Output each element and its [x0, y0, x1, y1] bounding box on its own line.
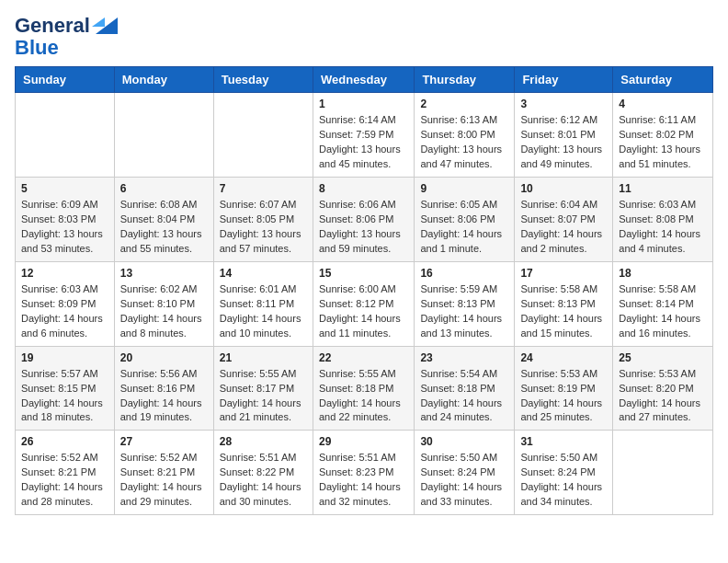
day-number: 15 — [319, 267, 408, 280]
day-header-tuesday: Tuesday — [213, 67, 313, 93]
day-number: 31 — [520, 435, 607, 448]
day-number: 28 — [220, 435, 307, 448]
calendar-header-row: SundayMondayTuesdayWednesdayThursdayFrid… — [16, 67, 713, 93]
day-number: 13 — [120, 267, 208, 280]
cell-info: Sunrise: 5:50 AMSunset: 8:24 PMDaylight:… — [520, 451, 607, 510]
week-row-3: 12Sunrise: 6:03 AMSunset: 8:09 PMDayligh… — [16, 261, 713, 346]
day-header-friday: Friday — [515, 67, 613, 93]
day-number: 19 — [21, 351, 108, 364]
day-number: 17 — [520, 267, 607, 280]
day-number: 20 — [120, 351, 208, 364]
cell-info: Sunrise: 6:14 AMSunset: 7:59 PMDaylight:… — [319, 113, 408, 172]
cell-info: Sunrise: 6:09 AMSunset: 8:03 PMDaylight:… — [21, 198, 108, 257]
cell-info: Sunrise: 6:03 AMSunset: 8:08 PMDaylight:… — [619, 198, 707, 257]
day-number: 29 — [319, 435, 408, 448]
cell-info: Sunrise: 6:04 AMSunset: 8:07 PMDaylight:… — [520, 198, 607, 257]
day-number: 22 — [319, 351, 408, 364]
calendar-cell: 23Sunrise: 5:54 AMSunset: 8:18 PMDayligh… — [415, 346, 515, 431]
cell-info: Sunrise: 5:59 AMSunset: 8:13 PMDaylight:… — [420, 282, 508, 341]
calendar-cell — [16, 93, 115, 178]
calendar-cell: 27Sunrise: 5:52 AMSunset: 8:21 PMDayligh… — [114, 431, 213, 515]
header: General Blue — [15, 15, 713, 59]
cell-info: Sunrise: 6:11 AMSunset: 8:02 PMDaylight:… — [619, 113, 707, 172]
day-header-sunday: Sunday — [16, 67, 115, 93]
cell-info: Sunrise: 5:55 AMSunset: 8:18 PMDaylight:… — [319, 367, 408, 426]
calendar-cell: 30Sunrise: 5:50 AMSunset: 8:24 PMDayligh… — [415, 431, 515, 515]
calendar-cell: 1Sunrise: 6:14 AMSunset: 7:59 PMDaylight… — [313, 93, 414, 178]
calendar-cell: 16Sunrise: 5:59 AMSunset: 8:13 PMDayligh… — [415, 261, 515, 346]
logo: General Blue — [15, 15, 118, 59]
week-row-4: 19Sunrise: 5:57 AMSunset: 8:15 PMDayligh… — [16, 346, 713, 431]
cell-info: Sunrise: 6:05 AMSunset: 8:06 PMDaylight:… — [420, 198, 508, 257]
day-header-saturday: Saturday — [613, 67, 713, 93]
day-number: 5 — [21, 182, 108, 195]
calendar-cell: 2Sunrise: 6:13 AMSunset: 8:00 PMDaylight… — [415, 93, 515, 178]
calendar-cell: 11Sunrise: 6:03 AMSunset: 8:08 PMDayligh… — [613, 178, 713, 262]
day-number: 23 — [420, 351, 508, 364]
cell-info: Sunrise: 5:54 AMSunset: 8:18 PMDaylight:… — [420, 367, 508, 426]
day-number: 4 — [619, 98, 707, 110]
calendar-cell: 6Sunrise: 6:08 AMSunset: 8:04 PMDaylight… — [114, 178, 213, 262]
cell-info: Sunrise: 5:52 AMSunset: 8:21 PMDaylight:… — [21, 451, 108, 510]
cell-info: Sunrise: 5:53 AMSunset: 8:19 PMDaylight:… — [520, 367, 607, 426]
calendar-cell: 15Sunrise: 6:00 AMSunset: 8:12 PMDayligh… — [313, 261, 414, 346]
cell-info: Sunrise: 5:58 AMSunset: 8:13 PMDaylight:… — [520, 282, 607, 341]
day-number: 2 — [420, 98, 508, 110]
calendar-table: SundayMondayTuesdayWednesdayThursdayFrid… — [15, 66, 713, 515]
day-number: 1 — [319, 98, 408, 110]
cell-info: Sunrise: 6:00 AMSunset: 8:12 PMDaylight:… — [319, 282, 408, 341]
calendar-cell: 26Sunrise: 5:52 AMSunset: 8:21 PMDayligh… — [16, 431, 115, 515]
day-number: 11 — [619, 182, 707, 195]
calendar-cell: 21Sunrise: 5:55 AMSunset: 8:17 PMDayligh… — [213, 346, 313, 431]
day-number: 9 — [420, 182, 508, 195]
day-number: 14 — [220, 267, 307, 280]
calendar-cell — [613, 431, 713, 515]
day-header-wednesday: Wednesday — [313, 67, 414, 93]
calendar-cell: 5Sunrise: 6:09 AMSunset: 8:03 PMDaylight… — [16, 178, 115, 262]
cell-info: Sunrise: 5:51 AMSunset: 8:23 PMDaylight:… — [319, 451, 408, 510]
day-number: 21 — [220, 351, 307, 364]
cell-info: Sunrise: 6:08 AMSunset: 8:04 PMDaylight:… — [120, 198, 208, 257]
day-number: 26 — [21, 435, 108, 448]
calendar-cell: 22Sunrise: 5:55 AMSunset: 8:18 PMDayligh… — [313, 346, 414, 431]
cell-info: Sunrise: 6:13 AMSunset: 8:00 PMDaylight:… — [420, 113, 508, 172]
cell-info: Sunrise: 5:57 AMSunset: 8:15 PMDaylight:… — [21, 367, 108, 426]
calendar-cell: 24Sunrise: 5:53 AMSunset: 8:19 PMDayligh… — [515, 346, 613, 431]
svg-marker-1 — [92, 17, 105, 27]
logo-general: General — [15, 15, 90, 37]
cell-info: Sunrise: 5:53 AMSunset: 8:20 PMDaylight:… — [619, 367, 707, 426]
day-number: 18 — [619, 267, 707, 280]
calendar-cell: 12Sunrise: 6:03 AMSunset: 8:09 PMDayligh… — [16, 261, 115, 346]
calendar-cell: 29Sunrise: 5:51 AMSunset: 8:23 PMDayligh… — [313, 431, 414, 515]
day-number: 7 — [220, 182, 307, 195]
calendar-cell: 19Sunrise: 5:57 AMSunset: 8:15 PMDayligh… — [16, 346, 115, 431]
day-header-monday: Monday — [114, 67, 213, 93]
cell-info: Sunrise: 5:50 AMSunset: 8:24 PMDaylight:… — [420, 451, 508, 510]
calendar-cell — [213, 93, 313, 178]
day-number: 25 — [619, 351, 707, 364]
calendar-cell: 10Sunrise: 6:04 AMSunset: 8:07 PMDayligh… — [515, 178, 613, 262]
day-number: 10 — [520, 182, 607, 195]
logo-icon — [92, 17, 118, 34]
calendar-cell: 28Sunrise: 5:51 AMSunset: 8:22 PMDayligh… — [213, 431, 313, 515]
week-row-2: 5Sunrise: 6:09 AMSunset: 8:03 PMDaylight… — [16, 178, 713, 262]
cell-info: Sunrise: 5:55 AMSunset: 8:17 PMDaylight:… — [220, 367, 307, 426]
cell-info: Sunrise: 5:52 AMSunset: 8:21 PMDaylight:… — [120, 451, 208, 510]
day-number: 16 — [420, 267, 508, 280]
cell-info: Sunrise: 5:51 AMSunset: 8:22 PMDaylight:… — [220, 451, 307, 510]
calendar-cell: 13Sunrise: 6:02 AMSunset: 8:10 PMDayligh… — [114, 261, 213, 346]
day-header-thursday: Thursday — [415, 67, 515, 93]
cell-info: Sunrise: 6:01 AMSunset: 8:11 PMDaylight:… — [220, 282, 307, 341]
day-number: 8 — [319, 182, 408, 195]
calendar-cell: 20Sunrise: 5:56 AMSunset: 8:16 PMDayligh… — [114, 346, 213, 431]
calendar-cell: 25Sunrise: 5:53 AMSunset: 8:20 PMDayligh… — [613, 346, 713, 431]
cell-info: Sunrise: 5:58 AMSunset: 8:14 PMDaylight:… — [619, 282, 707, 341]
calendar-cell: 8Sunrise: 6:06 AMSunset: 8:06 PMDaylight… — [313, 178, 414, 262]
day-number: 12 — [21, 267, 108, 280]
day-number: 3 — [520, 98, 607, 110]
logo-blue: Blue — [15, 37, 59, 59]
day-number: 24 — [520, 351, 607, 364]
calendar-cell: 7Sunrise: 6:07 AMSunset: 8:05 PMDaylight… — [213, 178, 313, 262]
cell-info: Sunrise: 6:03 AMSunset: 8:09 PMDaylight:… — [21, 282, 108, 341]
cell-info: Sunrise: 6:02 AMSunset: 8:10 PMDaylight:… — [120, 282, 208, 341]
